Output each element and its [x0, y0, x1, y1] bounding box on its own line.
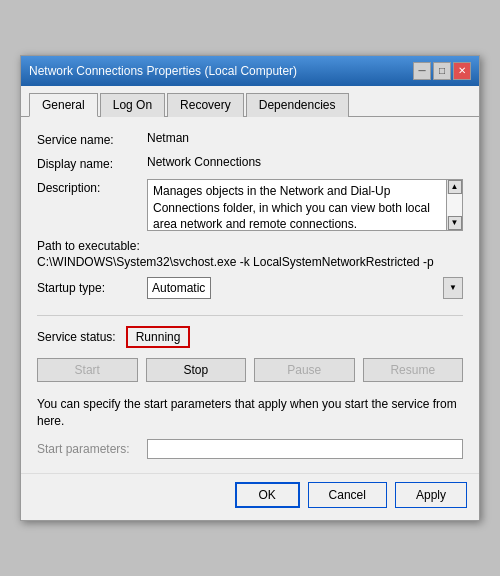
service-buttons-row: Start Stop Pause Resume [37, 358, 463, 382]
divider-1 [37, 315, 463, 316]
startup-row: Startup type: Automatic Manual Disabled … [37, 277, 463, 299]
close-button[interactable]: ✕ [453, 62, 471, 80]
path-section: Path to executable: C:\WINDOWS\System32\… [37, 239, 463, 269]
display-name-label: Display name: [37, 155, 147, 171]
resume-button[interactable]: Resume [363, 358, 464, 382]
description-scrollbar[interactable]: ▲ ▼ [447, 179, 463, 231]
scrollbar-track [447, 194, 462, 216]
start-parameters-input[interactable] [147, 439, 463, 459]
service-name-label: Service name: [37, 131, 147, 147]
params-row: Start para​meters: [37, 439, 463, 459]
tab-dependencies[interactable]: Dependencies [246, 93, 349, 117]
properties-dialog: Network Connections Properties (Local Co… [20, 55, 480, 522]
service-status-label: Service status: [37, 330, 116, 344]
params-label: Start para​meters: [37, 442, 147, 456]
pause-button[interactable]: Pause [254, 358, 355, 382]
window-title: Network Connections Properties (Local Co… [29, 64, 297, 78]
display-name-row: Display name: Network Connections [37, 155, 463, 171]
startup-label: Startup type: [37, 281, 147, 295]
service-name-row: Service name: Netman [37, 131, 463, 147]
tab-general[interactable]: General [29, 93, 98, 117]
path-value: C:\WINDOWS\System32\svchost.exe -k Local… [37, 255, 463, 269]
title-bar: Network Connections Properties (Local Co… [21, 56, 479, 86]
description-row: Description: Manages objects in the Netw… [37, 179, 463, 231]
service-status-row: Service status: Running [37, 326, 463, 348]
description-container: Manages objects in the Network and Dial-… [147, 179, 463, 231]
description-text[interactable]: Manages objects in the Network and Dial-… [147, 179, 447, 231]
ok-button[interactable]: OK [235, 482, 300, 508]
service-name-value: Netman [147, 131, 189, 145]
stop-button[interactable]: Stop [146, 358, 247, 382]
tab-recovery[interactable]: Recovery [167, 93, 244, 117]
apply-button[interactable]: Apply [395, 482, 467, 508]
title-bar-controls: ─ □ ✕ [413, 62, 471, 80]
scroll-down-arrow[interactable]: ▼ [448, 216, 462, 230]
select-arrow-icon: ▼ [443, 277, 463, 299]
start-button[interactable]: Start [37, 358, 138, 382]
scroll-up-arrow[interactable]: ▲ [448, 180, 462, 194]
content-area: Service name: Netman Display name: Netwo… [21, 117, 479, 474]
maximize-button[interactable]: □ [433, 62, 451, 80]
startup-select-wrapper: Automatic Manual Disabled ▼ [147, 277, 463, 299]
hint-text: You can specify the start parameters tha… [37, 396, 463, 430]
minimize-button[interactable]: ─ [413, 62, 431, 80]
tabs-bar: General Log On Recovery Dependencies [21, 86, 479, 117]
footer: OK Cancel Apply [21, 473, 479, 520]
path-label: Path to executable: [37, 239, 463, 253]
description-label: Description: [37, 179, 147, 195]
display-name-value: Network Connections [147, 155, 261, 169]
startup-type-select[interactable]: Automatic Manual Disabled [147, 277, 211, 299]
tab-logon[interactable]: Log On [100, 93, 165, 117]
status-badge: Running [126, 326, 191, 348]
cancel-button[interactable]: Cancel [308, 482, 387, 508]
